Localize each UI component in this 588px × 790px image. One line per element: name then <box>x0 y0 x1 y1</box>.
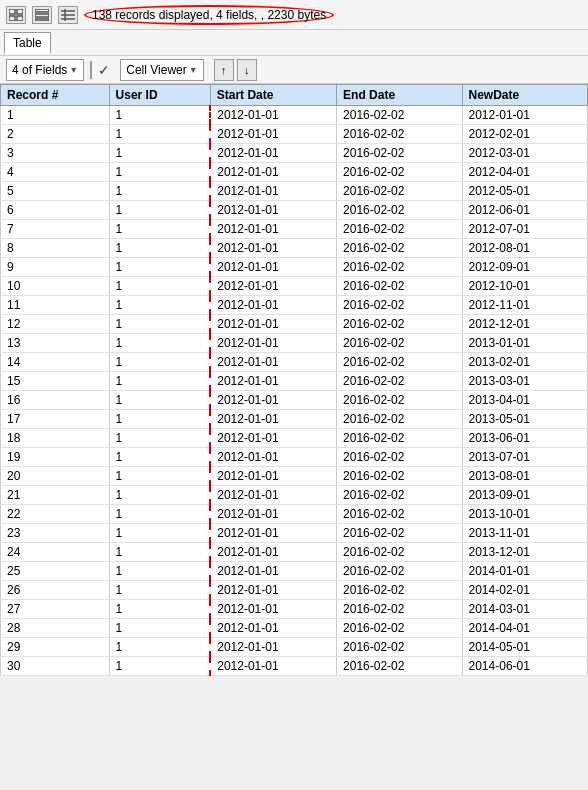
scroll-down-button[interactable]: ↓ <box>237 59 257 81</box>
table-row[interactable]: 2712012-01-012016-02-022014-03-01 <box>1 600 588 619</box>
cell-newdate: 2012-12-01 <box>462 315 587 334</box>
cell-record: 21 <box>1 486 110 505</box>
cell-startdate: 2012-01-01 <box>210 391 336 410</box>
svg-rect-4 <box>35 9 49 12</box>
cell-userid: 1 <box>109 505 210 524</box>
cell-newdate: 2014-04-01 <box>462 619 587 638</box>
cell-record: 29 <box>1 638 110 657</box>
table-row[interactable]: 1512012-01-012016-02-022013-03-01 <box>1 372 588 391</box>
col-header-enddate: End Date <box>337 85 462 106</box>
table-row[interactable]: 712012-01-012016-02-022012-07-01 <box>1 220 588 239</box>
cell-userid: 1 <box>109 315 210 334</box>
table-row[interactable]: 1812012-01-012016-02-022013-06-01 <box>1 429 588 448</box>
table-row[interactable]: 2012012-01-012016-02-022013-08-01 <box>1 467 588 486</box>
cell-record: 6 <box>1 201 110 220</box>
cell-startdate: 2012-01-01 <box>210 619 336 638</box>
cell-record: 7 <box>1 220 110 239</box>
table-row[interactable]: 2112012-01-012016-02-022013-09-01 <box>1 486 588 505</box>
cell-newdate: 2012-06-01 <box>462 201 587 220</box>
svg-rect-0 <box>9 9 15 14</box>
table-row[interactable]: 1112012-01-012016-02-022012-11-01 <box>1 296 588 315</box>
cell-newdate: 2013-01-01 <box>462 334 587 353</box>
cell-record: 25 <box>1 562 110 581</box>
cell-enddate: 2016-02-02 <box>337 163 462 182</box>
cell-enddate: 2016-02-02 <box>337 353 462 372</box>
status-text: 138 records displayed, 4 fields, , 2230 … <box>84 5 334 25</box>
cell-startdate: 2012-01-01 <box>210 657 336 676</box>
cell-userid: 1 <box>109 581 210 600</box>
cell-newdate: 2012-03-01 <box>462 144 587 163</box>
table-row[interactable]: 412012-01-012016-02-022012-04-01 <box>1 163 588 182</box>
cell-record: 10 <box>1 277 110 296</box>
cell-enddate: 2016-02-02 <box>337 239 462 258</box>
table-row[interactable]: 1912012-01-012016-02-022013-07-01 <box>1 448 588 467</box>
cell-userid: 1 <box>109 562 210 581</box>
cell-newdate: 2012-10-01 <box>462 277 587 296</box>
cell-record: 20 <box>1 467 110 486</box>
table-row[interactable]: 212012-01-012016-02-022012-02-01 <box>1 125 588 144</box>
svg-rect-2 <box>9 16 15 21</box>
cell-enddate: 2016-02-02 <box>337 144 462 163</box>
cell-newdate: 2013-05-01 <box>462 410 587 429</box>
table-row[interactable]: 1412012-01-012016-02-022013-02-01 <box>1 353 588 372</box>
cell-userid: 1 <box>109 258 210 277</box>
grid-icon-1[interactable] <box>6 6 26 24</box>
table-row[interactable]: 812012-01-012016-02-022012-08-01 <box>1 239 588 258</box>
table-row[interactable]: 2512012-01-012016-02-022014-01-01 <box>1 562 588 581</box>
cell-startdate: 2012-01-01 <box>210 505 336 524</box>
cell-userid: 1 <box>109 220 210 239</box>
fields-label: 4 of Fields <box>12 63 67 77</box>
cell-userid: 1 <box>109 372 210 391</box>
table-row[interactable]: 912012-01-012016-02-022012-09-01 <box>1 258 588 277</box>
table-header-row: Record # User ID Start Date End Date New… <box>1 85 588 106</box>
table-row[interactable]: 2812012-01-012016-02-022014-04-01 <box>1 619 588 638</box>
cell-enddate: 2016-02-02 <box>337 372 462 391</box>
cell-startdate: 2012-01-01 <box>210 201 336 220</box>
cell-userid: 1 <box>109 296 210 315</box>
tab-table[interactable]: Table <box>4 32 51 54</box>
table-row[interactable]: 2612012-01-012016-02-022014-02-01 <box>1 581 588 600</box>
table-row[interactable]: 2412012-01-012016-02-022013-12-01 <box>1 543 588 562</box>
table-row[interactable]: 512012-01-012016-02-022012-05-01 <box>1 182 588 201</box>
cell-userid: 1 <box>109 334 210 353</box>
grid-icon-3[interactable] <box>58 6 78 24</box>
cell-record: 28 <box>1 619 110 638</box>
cell-userid: 1 <box>109 543 210 562</box>
cell-startdate: 2012-01-01 <box>210 182 336 201</box>
cell-newdate: 2014-05-01 <box>462 638 587 657</box>
cell-startdate: 2012-01-01 <box>210 163 336 182</box>
cell-record: 14 <box>1 353 110 372</box>
cell-newdate: 2013-07-01 <box>462 448 587 467</box>
cell-userid: 1 <box>109 106 210 125</box>
grid-icon-2[interactable] <box>32 6 52 24</box>
table-row[interactable]: 112012-01-012016-02-022012-01-01 <box>1 106 588 125</box>
cell-startdate: 2012-01-01 <box>210 448 336 467</box>
table-row[interactable]: 1012012-01-012016-02-022012-10-01 <box>1 277 588 296</box>
cell-record: 4 <box>1 163 110 182</box>
table-row[interactable]: 2212012-01-012016-02-022013-10-01 <box>1 505 588 524</box>
table-row[interactable]: 2312012-01-012016-02-022013-11-01 <box>1 524 588 543</box>
cell-enddate: 2016-02-02 <box>337 657 462 676</box>
cell-enddate: 2016-02-02 <box>337 581 462 600</box>
col-header-userid: User ID <box>109 85 210 106</box>
table-row[interactable]: 1212012-01-012016-02-022012-12-01 <box>1 315 588 334</box>
table-row[interactable]: 612012-01-012016-02-022012-06-01 <box>1 201 588 220</box>
fields-dropdown[interactable]: 4 of Fields ▼ <box>6 59 84 81</box>
table-row[interactable]: 1612012-01-012016-02-022013-04-01 <box>1 391 588 410</box>
cell-enddate: 2016-02-02 <box>337 334 462 353</box>
cell-viewer-dropdown[interactable]: Cell Viewer ▼ <box>120 59 203 81</box>
table-row[interactable]: 1312012-01-012016-02-022013-01-01 <box>1 334 588 353</box>
table-row[interactable]: 312012-01-012016-02-022012-03-01 <box>1 144 588 163</box>
cell-enddate: 2016-02-02 <box>337 410 462 429</box>
data-table-container: Record # User ID Start Date End Date New… <box>0 84 588 676</box>
cell-newdate: 2013-08-01 <box>462 467 587 486</box>
scroll-up-button[interactable]: ↑ <box>214 59 234 81</box>
cell-startdate: 2012-01-01 <box>210 486 336 505</box>
cell-startdate: 2012-01-01 <box>210 239 336 258</box>
table-row[interactable]: 3012012-01-012016-02-022014-06-01 <box>1 657 588 676</box>
table-row[interactable]: 1712012-01-012016-02-022013-05-01 <box>1 410 588 429</box>
cell-newdate: 2012-01-01 <box>462 106 587 125</box>
cell-userid: 1 <box>109 163 210 182</box>
cell-enddate: 2016-02-02 <box>337 429 462 448</box>
table-row[interactable]: 2912012-01-012016-02-022014-05-01 <box>1 638 588 657</box>
